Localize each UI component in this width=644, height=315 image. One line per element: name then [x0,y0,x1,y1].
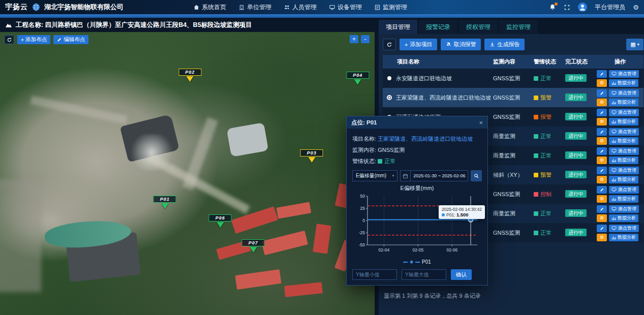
nav-item-people[interactable]: 人员管理 [284,3,317,12]
tab-project[interactable]: 项目管理 [379,20,417,34]
manage-points-button[interactable]: 测点管理 [609,225,639,232]
data-analysis-button[interactable]: 数据分析 [609,137,638,145]
monitor-content-cell: GNSS监测 [493,191,534,198]
project-link[interactable]: 王家梁隧道、西流岭隧道进口驻地边坡 [378,136,473,142]
table-row[interactable]: 王家梁隧道、西流岭隧道进口驻地边坡 GNSS监测 预警 进行中 测点管理 ⚙ 数… [383,88,643,107]
progress-badge: 进行中 [565,93,587,101]
cancel-alarm-button[interactable]: 取消报警 [441,39,481,50]
close-icon[interactable]: × [479,119,483,127]
tab-auth[interactable]: 授权管理 [459,20,498,34]
map-marker-p02[interactable]: P02 [178,69,201,82]
manage-points-button[interactable]: 测点管理 [609,109,639,116]
data-analysis-button[interactable]: 数据分析 [609,118,638,125]
manage-points-button[interactable]: 测点管理 [609,70,639,78]
columns-grid-button[interactable]: ▦▾ [626,39,643,50]
chart-legend[interactable]: ◆ P01 [352,259,482,265]
screen-icon [611,168,617,172]
bar-chart-icon [611,216,616,220]
table-row[interactable]: 永安隧道进口驻地边坡 GNSS监测 正常 进行中 测点管理 ⚙ 数据分析 [383,69,643,88]
data-analysis-button[interactable]: 数据分析 [609,156,638,164]
y-min-input[interactable] [352,269,397,280]
tab-alarm[interactable]: 报警记录 [419,20,457,34]
map-marker-p04[interactable]: P04 [346,72,369,85]
data-analysis-button[interactable]: 数据分析 [609,234,638,241]
row-settings-button[interactable]: ⚙ [597,214,607,222]
confirm-button[interactable]: 确认 [451,269,472,280]
metric-select[interactable]: E偏移量(mm)▾ [352,170,397,181]
nav-item-monitor[interactable]: 监测管理 [374,3,407,12]
data-analysis-button[interactable]: 数据分析 [609,79,638,87]
map-zoom-in-button[interactable]: + [350,35,358,43]
table-refresh-button[interactable] [383,39,396,50]
nav-item-home[interactable]: 系统首页 [193,3,226,12]
alarm-status-cell: 正常 [534,152,565,160]
add-point-button[interactable]: + 添加布点 [17,35,50,44]
edit-point-button[interactable]: 编辑布点 [53,35,88,44]
calendar-icon[interactable] [401,171,411,181]
row-radio[interactable] [387,95,392,100]
date-range-input[interactable]: 2025-01-30 ~ 2025-02-06 [411,171,468,181]
data-analysis-button[interactable]: 数据分析 [609,195,638,203]
alarm-status-cell: 正常 [534,229,565,237]
row-settings-button[interactable]: ⚙ [597,99,607,106]
map-road-decoration [30,96,127,124]
tab-monitor[interactable]: 监控管理 [499,20,538,34]
monitor-content-cell: 雨量监测 [493,152,534,160]
line-chart[interactable]: 02-0402-0502-0650250-25-50 [352,192,481,258]
manage-points-button[interactable]: 测点管理 [609,89,639,97]
edit-row-button[interactable] [597,167,607,174]
edit-row-button[interactable] [597,128,607,136]
monitor-content-cell: GNSS监测 [493,75,534,82]
row-settings-button[interactable]: ⚙ [597,156,607,164]
edit-row-button[interactable] [597,186,607,194]
map-marker-p01[interactable]: P01 [154,196,176,209]
edit-row-button[interactable] [597,109,607,116]
aerial-map[interactable]: + 添加布点 编辑布点 + - P02 P04 P03 P01 P06 P07 [0,32,375,315]
map-marker-p07[interactable]: P07 [242,239,265,253]
nav-item-unit[interactable]: 单位管理 [238,3,271,12]
row-settings-button[interactable]: ⚙ [597,176,607,183]
gear-icon: ⚙ [600,80,604,85]
gear-icon: ⚙ [600,100,604,105]
map-marker-p03[interactable]: P03 [300,149,323,163]
progress-badge: 进行中 [565,132,587,140]
edit-row-button[interactable] [597,225,607,232]
svg-text:-25: -25 [359,230,365,235]
edit-row-button[interactable] [597,89,607,97]
generate-report-button[interactable]: 生成报告 [484,39,525,50]
manage-points-button[interactable]: 测点管理 [609,128,639,136]
row-settings-button[interactable]: ⚙ [597,234,607,241]
manage-points-button[interactable]: 测点管理 [609,186,639,194]
manage-points-button[interactable]: 测点管理 [609,147,639,155]
current-user[interactable]: 平台管理员 [595,3,625,12]
add-project-button[interactable]: + 添加项目 [400,39,437,50]
y-max-input[interactable] [402,269,446,280]
row-settings-button[interactable]: ⚙ [597,195,607,203]
settings-gear-icon[interactable]: ⚙ [633,4,639,11]
manage-points-button[interactable]: 测点管理 [609,167,639,174]
map-marker-p06[interactable]: P06 [209,214,232,228]
gear-icon: ⚙ [600,215,604,220]
row-radio[interactable] [387,76,391,80]
search-button[interactable] [471,170,482,181]
bar-chart-icon [611,197,616,201]
map-refresh-button[interactable] [4,35,14,44]
row-settings-button[interactable]: ⚙ [597,118,607,125]
fullscreen-icon[interactable] [564,4,570,11]
row-settings-button[interactable]: ⚙ [597,137,607,145]
row-settings-button[interactable]: ⚙ [597,79,607,87]
data-analysis-button[interactable]: 数据分析 [609,99,638,106]
nav-item-device[interactable]: 设备管理 [329,3,362,12]
map-zoom-out-button[interactable]: - [361,35,370,43]
data-analysis-button[interactable]: 数据分析 [609,176,638,183]
edit-row-button[interactable] [597,70,607,78]
legend-diamond-icon: ◆ [410,260,413,264]
avatar[interactable] [578,3,587,12]
notifications-bell-icon[interactable] [549,4,556,11]
edit-row-button[interactable] [597,147,607,155]
edit-row-button[interactable] [597,205,607,213]
manage-points-button[interactable]: 测点管理 [609,205,639,213]
alarm-status-cell: 报警 [534,113,565,121]
data-analysis-button[interactable]: 数据分析 [609,214,638,222]
map-building-decoration [226,122,268,157]
